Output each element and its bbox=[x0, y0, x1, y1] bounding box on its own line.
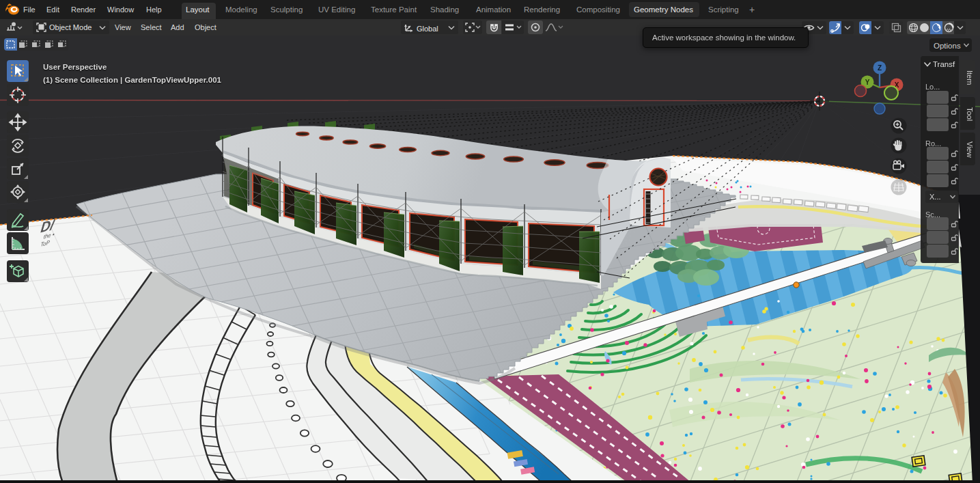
svg-text:Y: Y bbox=[865, 79, 870, 86]
svg-text:Z: Z bbox=[878, 64, 882, 72]
